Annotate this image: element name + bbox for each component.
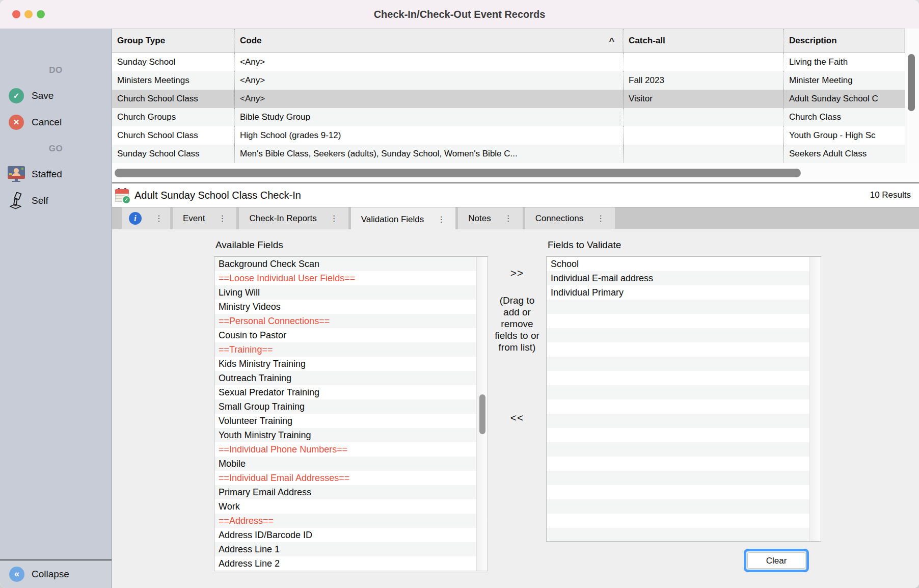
tab-event[interactable]: Event⋮ — [173, 207, 236, 229]
tab-info[interactable]: i ⋮ — [122, 207, 170, 229]
cancel-label: Cancel — [32, 113, 62, 131]
available-field-item[interactable]: Small Group Training — [214, 399, 477, 414]
available-field-item[interactable]: Mobile — [214, 457, 477, 471]
cell-group-type: Ministers Meetings — [112, 71, 234, 90]
validate-empty-row — [547, 528, 810, 542]
tab-menu-dots[interactable]: ⋮ — [330, 213, 338, 223]
fields-to-validate-label: Fields to Validate — [548, 239, 621, 251]
sidebar: DO ✓ Save ✕ Cancel GO Staffed — [0, 29, 112, 559]
available-field-item[interactable]: Outreach Training — [214, 371, 477, 385]
tab-menu-dots[interactable]: ⋮ — [218, 213, 226, 223]
cell-description: Youth Group - High Sc — [783, 126, 905, 145]
field-group-header[interactable]: ==Address== — [214, 514, 477, 528]
available-field-item[interactable]: Kids Ministry Training — [214, 357, 477, 371]
field-group-header[interactable]: ==Training== — [214, 342, 477, 357]
table-row[interactable]: Sunday School ClassMen's Bible Class, Se… — [112, 145, 905, 163]
available-fields-list: Background Check Scan==Loose Individual … — [214, 256, 488, 571]
validate-empty-row — [547, 357, 810, 371]
cell-code: Men's Bible Class, Seekers (adults), Sun… — [234, 145, 623, 163]
table-row[interactable]: Church GroupsBible Study GroupChurch Cla… — [112, 108, 905, 126]
table-row[interactable]: Sunday School<Any>Living the Faith — [112, 53, 905, 71]
validate-empty-row — [547, 471, 810, 485]
validate-empty-row — [547, 328, 810, 342]
table-row[interactable]: Ministers Meetings<Any>Fall 2023Minister… — [112, 71, 905, 90]
info-icon: i — [129, 212, 142, 225]
available-field-item[interactable]: Sexual Predator Training — [214, 385, 477, 399]
tab-label: Check-In Reports — [249, 213, 316, 224]
cell-catch-all: Visitor — [623, 90, 783, 108]
available-field-item[interactable]: Work — [214, 499, 477, 514]
validate-field-item[interactable]: Individual E-mail address — [547, 271, 810, 285]
tab-connections[interactable]: Connections⋮ — [525, 207, 615, 229]
tab-label: Notes — [468, 213, 491, 224]
validate-list-scrollbar-track — [809, 257, 821, 541]
sidebar-item-cancel[interactable]: ✕ Cancel — [0, 113, 112, 131]
validate-empty-row — [547, 414, 810, 428]
tab-bar: i ⋮ Event⋮Check-In Reports⋮Validation Fi… — [112, 207, 919, 229]
validate-empty-row — [547, 399, 810, 414]
validate-empty-row — [547, 499, 810, 514]
field-group-header[interactable]: ==Individual Phone Numbers== — [214, 442, 477, 457]
available-field-item[interactable]: Primary Email Address — [214, 485, 477, 499]
validate-empty-row — [547, 342, 810, 357]
table-vertical-scrollbar-thumb[interactable] — [908, 54, 915, 111]
tab-label: Event — [183, 213, 205, 224]
save-check-icon: ✓ — [9, 88, 24, 103]
clear-button-focus-ring: Clear — [744, 549, 809, 572]
table-row[interactable]: Church School ClassHigh School (grades 9… — [112, 126, 905, 145]
available-field-item[interactable]: Living Will — [214, 285, 477, 300]
sidebar-item-self[interactable]: Self — [0, 192, 112, 210]
column-header-ca[interactable]: Catch-all — [623, 29, 783, 52]
available-field-item[interactable]: Background Check Scan — [214, 257, 477, 271]
field-group-header[interactable]: ==Personal Connections== — [214, 314, 477, 328]
validate-field-item[interactable]: Individual Primary — [547, 285, 810, 300]
available-field-item[interactable]: Volunteer Training — [214, 414, 477, 428]
available-field-item[interactable]: Address Line 1 — [214, 542, 477, 556]
add-fields-button[interactable]: >> — [488, 267, 546, 279]
title-bar: Check-In/Check-Out Event Records — [0, 0, 919, 29]
available-field-item[interactable]: Address ID/Barcode ID — [214, 528, 477, 542]
staffed-label: Staffed — [32, 165, 62, 183]
cell-catch-all — [623, 108, 783, 126]
tab-check-in-reports[interactable]: Check-In Reports⋮ — [239, 207, 348, 229]
sidebar-collapse-bar[interactable]: « Collapse — [0, 559, 112, 588]
sidebar-item-save[interactable]: ✓ Save — [0, 87, 112, 105]
tab-menu-dots[interactable]: ⋮ — [155, 213, 163, 223]
available-field-item[interactable]: Youth Ministry Training — [214, 428, 477, 442]
staffed-monitor-icon — [8, 166, 25, 182]
field-group-header[interactable]: ==Individual Email Addresses== — [214, 471, 477, 485]
field-group-header[interactable]: ==Loose Individual User Fields== — [214, 271, 477, 285]
fields-to-validate-list: SchoolIndividual E-mail addressIndividua… — [546, 256, 821, 542]
available-field-item[interactable]: Ministry Videos — [214, 300, 477, 314]
tab-notes[interactable]: Notes⋮ — [458, 207, 522, 229]
available-field-item[interactable]: Cousin to Pastor — [214, 328, 477, 342]
collapse-chevrons-icon: « — [9, 567, 24, 582]
table-row[interactable]: Church School Class<Any>VisitorAdult Sun… — [112, 90, 905, 108]
column-header-desc[interactable]: Description — [783, 29, 905, 52]
clear-button[interactable]: Clear — [747, 552, 805, 569]
column-header-gt[interactable]: Group Type — [112, 29, 234, 52]
cell-group-type: Church School Class — [112, 90, 234, 108]
validate-empty-row — [547, 314, 810, 328]
validate-empty-row — [547, 385, 810, 399]
sidebar-item-staffed[interactable]: Staffed — [0, 165, 112, 183]
cell-group-type: Sunday School Class — [112, 145, 234, 163]
validate-empty-row — [547, 300, 810, 314]
cell-code: <Any> — [234, 71, 623, 90]
remove-fields-button[interactable]: << — [488, 412, 546, 424]
tab-menu-dots[interactable]: ⋮ — [437, 215, 445, 224]
collapse-label: Collapse — [32, 560, 69, 588]
tab-menu-dots[interactable]: ⋮ — [504, 213, 512, 223]
available-field-item[interactable]: Address Line 2 — [214, 556, 477, 571]
cell-code: Bible Study Group — [234, 108, 623, 126]
available-list-scrollbar-thumb[interactable] — [479, 394, 485, 434]
results-count: 10 Results — [870, 183, 911, 207]
validate-field-item[interactable]: School — [547, 257, 810, 271]
tab-validation-fields[interactable]: Validation Fields⋮ — [351, 207, 455, 231]
table-horizontal-scrollbar-thumb[interactable] — [115, 169, 801, 177]
validate-empty-row — [547, 485, 810, 499]
tab-menu-dots[interactable]: ⋮ — [597, 213, 605, 223]
cell-catch-all — [623, 53, 783, 71]
cell-description: Seekers Adult Class — [783, 145, 905, 163]
column-header-code[interactable]: Code^ — [234, 29, 623, 52]
